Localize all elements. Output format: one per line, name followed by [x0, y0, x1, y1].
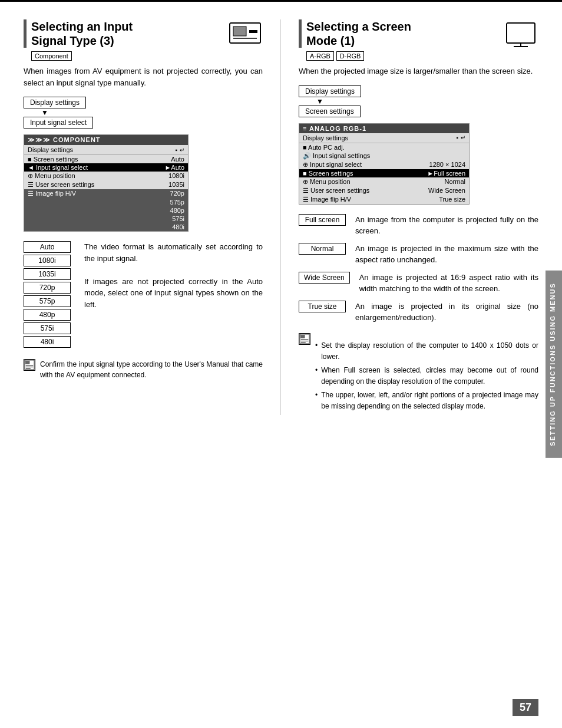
screen-mode-icon: [503, 19, 538, 50]
left-note: Confirm the input signal type according …: [24, 359, 263, 380]
option-auto: Auto: [24, 241, 71, 253]
side-tab: SETTING UP FUNCTIONS USING MENUS: [546, 271, 562, 458]
nav-input-signal-select: Input signal select: [24, 117, 93, 129]
desc-normal: An image is projected in the maximum siz…: [355, 243, 538, 266]
nav-arrow-right: ▼: [299, 98, 538, 105]
right-note-1: • Set the display resolution of the comp…: [315, 340, 538, 363]
right-note-2: • When Full screen is selected, circles …: [315, 365, 538, 387]
label-full-screen: Full screen: [299, 214, 346, 226]
right-menu-screenshot: ≡ ANALOG RGB-1 Display settings ▪ ↵ ■ Au…: [299, 123, 470, 205]
page-number: 57: [513, 699, 538, 716]
right-menu-row-input-signal-settings: 🔊 Input signal settings: [299, 151, 469, 160]
left-column: Selecting an Input Signal Type (3) Compo…: [24, 19, 281, 415]
option-1080i: 1080i: [24, 255, 71, 266]
menu-row-image-flip: ☰ Image flip H/V 720p: [24, 189, 188, 198]
note-icon-left: [24, 359, 35, 371]
nav-display-settings-right: Display settings: [299, 85, 361, 97]
screen-option-wide: Wide Screen An image is projected at 16:…: [299, 272, 538, 295]
input-signal-icon: [227, 19, 263, 44]
drgb-badge: D-RGB: [336, 51, 364, 61]
screen-option-fullscreen: Full screen An image from the computer i…: [299, 214, 538, 237]
left-nav-breadcrumb: Display settings ▼ Input signal select: [24, 97, 263, 129]
desc-true-size: An image is projected in its original si…: [355, 301, 538, 324]
right-note-3: • The upper, lower, left, and/or right p…: [315, 390, 538, 412]
label-normal: Normal: [299, 243, 346, 255]
option-720p: 720p: [24, 282, 71, 294]
menu-row-screen-settings: ■ Screen settings Auto: [24, 155, 188, 163]
signal-options-list: Auto 1080i 1035i 720p 575p 480p 575i 480…: [24, 241, 80, 350]
svg-rect-9: [507, 23, 535, 43]
right-menu-row-input-signal-select: ⊕ Input signal select 1280 × 1024: [299, 160, 469, 169]
nav-screen-settings: Screen settings: [299, 106, 361, 117]
right-menu-row-auto-pc: ■ Auto PC adj.: [299, 143, 469, 151]
svg-rect-1: [233, 27, 246, 36]
screen-option-normal: Normal An image is projected in the maxi…: [299, 243, 538, 266]
right-section-title: Selecting a Screen Mode (1): [299, 19, 503, 48]
right-menu-row-screen-settings: ■ Screen settings ►Full screen: [299, 169, 469, 177]
right-nav-breadcrumb: Display settings ▼ Screen settings: [299, 85, 538, 117]
right-section-header: Selecting a Screen Mode (1) A-RGB D-RGB: [299, 19, 538, 61]
signal-options-section: Auto 1080i 1035i 720p 575p 480p 575i 480…: [24, 241, 263, 350]
right-menu-row-user-screen: ☰ User screen settings Wide Screen: [299, 186, 469, 195]
right-notes: • Set the display resolution of the comp…: [299, 333, 538, 415]
option-480i: 480i: [24, 336, 71, 348]
screen-mode-options: Full screen An image from the computer i…: [299, 214, 538, 324]
note-icon-right: [299, 333, 310, 345]
left-section-header: Selecting an Input Signal Type (3) Compo…: [24, 19, 263, 61]
menu-row-480i: 480i: [24, 223, 188, 231]
nav-display-settings-left: Display settings: [24, 97, 86, 108]
menu-row-menu-position: ⊕ Menu position 1080i: [24, 172, 188, 180]
left-section-title: Selecting an Input Signal Type (3): [24, 19, 227, 48]
right-menu-top-row: Display settings ▪ ↵: [299, 133, 469, 143]
left-description: When images from AV equipment is not pro…: [24, 65, 263, 88]
menu-row-575i: 575i: [24, 215, 188, 223]
svg-rect-13: [301, 335, 305, 338]
right-column: Selecting a Screen Mode (1) A-RGB D-RGB …: [281, 19, 538, 415]
argb-badge: A-RGB: [306, 51, 334, 61]
label-wide-screen: Wide Screen: [299, 272, 350, 284]
svg-rect-2: [249, 30, 257, 33]
option-575i: 575i: [24, 322, 71, 334]
left-menu-screenshot: ≫≫≫ COMPONENT Display settings ▪ ↵ ■ Scr…: [24, 134, 189, 232]
right-menu-row-image-flip: ☰ Image flip H/V True size: [299, 195, 469, 204]
menu-row-input-signal-select: ◄ Input signal select ►Auto: [24, 163, 188, 172]
svg-rect-5: [26, 361, 29, 364]
left-note-text: Confirm the input signal type according …: [40, 359, 263, 380]
menu-row-480p: 480p: [24, 206, 188, 215]
menu-row-575p: 575p: [24, 198, 188, 206]
option-575p: 575p: [24, 295, 71, 307]
label-true-size: True size: [299, 301, 346, 312]
screen-option-true-size: True size An image is projected in its o…: [299, 301, 538, 324]
option-480p: 480p: [24, 309, 71, 321]
left-menu-title: ≫≫≫ COMPONENT: [24, 135, 188, 145]
signal-option-description: The video format is automatically set ac…: [80, 241, 263, 350]
component-badge: Component: [31, 51, 72, 61]
left-menu-top-row: Display settings ▪ ↵: [24, 145, 188, 155]
menu-row-user-screen: ☰ User screen settings 1035i: [24, 180, 188, 189]
right-menu-row-menu-position: ⊕ Menu position Normal: [299, 177, 469, 186]
desc-full-screen: An image from the computer is projected …: [355, 214, 538, 237]
option-1035i: 1035i: [24, 268, 71, 280]
desc-wide-screen: An image is projected at 16:9 aspect rat…: [359, 272, 538, 295]
nav-arrow-left: ▼: [24, 109, 263, 116]
right-notes-list: • Set the display resolution of the comp…: [315, 340, 538, 415]
right-description: When the projected image size is larger/…: [299, 65, 538, 77]
right-menu-title: ≡ ANALOG RGB-1: [299, 124, 469, 133]
